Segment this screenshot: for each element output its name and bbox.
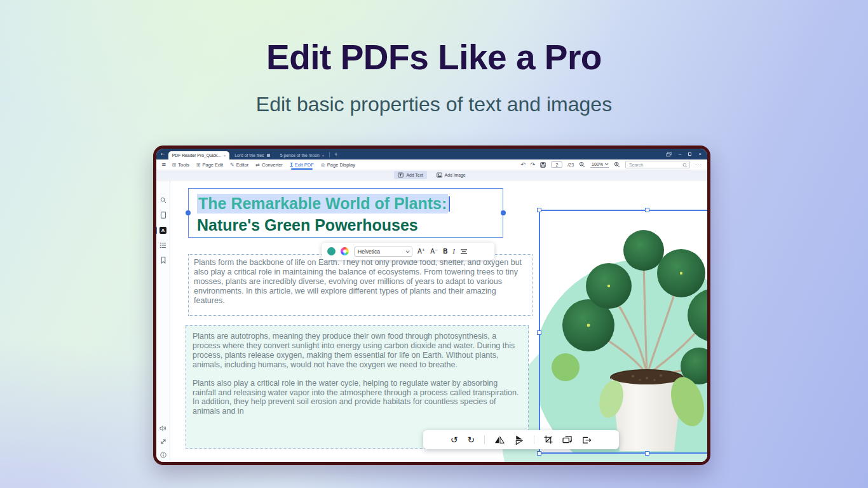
- menu-label: Tools: [178, 162, 189, 168]
- tab-state-icon: [267, 154, 270, 157]
- current-color-swatch[interactable]: [327, 247, 336, 255]
- close-tab-icon[interactable]: ×: [322, 154, 325, 158]
- text-format-toolbar: Helvetica A⁺ A⁻ B I: [322, 243, 494, 260]
- window-controls: – ×: [666, 152, 707, 157]
- italic-button[interactable]: I: [452, 248, 454, 255]
- menu-converter[interactable]: ⇄ Converter: [255, 159, 283, 170]
- close-window-button[interactable]: ×: [698, 152, 702, 156]
- chevron-down-icon: [406, 249, 410, 253]
- thumbnails-panel-icon[interactable]: [160, 212, 166, 219]
- menu-label: Converter: [262, 162, 283, 168]
- editor-icon: ✎: [230, 162, 234, 168]
- undo-icon[interactable]: ↶: [520, 162, 526, 168]
- button-label: Add Image: [445, 173, 466, 177]
- selection-handle[interactable]: [501, 210, 506, 215]
- paragraph: Plants also play a critical role in the …: [193, 379, 522, 417]
- fullscreen-icon[interactable]: [160, 438, 166, 445]
- tab-bar: ← PDF Reader Pro_Quick... × Lord of the …: [156, 149, 707, 159]
- selection-handle[interactable]: [537, 208, 541, 212]
- selection-handle[interactable]: [537, 451, 541, 456]
- title-text-box[interactable]: The Remarkable World of Plants: Nature's…: [188, 188, 503, 238]
- bookmarks-panel-icon[interactable]: [160, 257, 166, 264]
- toolbar-right: ↶ ↷ /23 100%: [520, 161, 702, 168]
- tab-document-active[interactable]: PDF Reader Pro_Quick... ×: [168, 151, 230, 159]
- outline-panel-icon[interactable]: [159, 242, 166, 248]
- alignment-button[interactable]: [460, 248, 468, 255]
- plant-photo: [540, 211, 707, 452]
- tab-document-2[interactable]: Lord of the flies: [229, 151, 275, 159]
- annotations-panel-icon[interactable]: A: [159, 227, 166, 234]
- replace-image-icon[interactable]: [562, 436, 573, 444]
- app-body: A: [156, 180, 707, 464]
- image-edit-toolbar: ↺ ↻: [423, 430, 619, 449]
- menu-page-display[interactable]: ◎ Page Display: [321, 159, 355, 170]
- paragraph: Plants form the backbone of life on Eart…: [194, 258, 527, 306]
- decrease-font-button[interactable]: A⁻: [430, 248, 438, 255]
- redo-icon[interactable]: ↷: [531, 162, 536, 168]
- hero-title: Edit PDFs Like a Pro: [0, 37, 868, 78]
- color-picker-icon[interactable]: [341, 247, 349, 255]
- promo-page: Edit PDFs Like a Pro Edit basic properti…: [0, 0, 868, 488]
- flip-horizontal-icon[interactable]: [494, 436, 505, 444]
- more-options-icon[interactable]: ···: [695, 162, 702, 168]
- toolbar-divider: [484, 435, 485, 444]
- bold-button[interactable]: B: [443, 248, 447, 255]
- selection-handle[interactable]: [645, 451, 649, 456]
- tab-overview-icon[interactable]: [666, 152, 672, 157]
- tab-label: 5 pence of the moon: [280, 153, 320, 158]
- read-aloud-icon[interactable]: [159, 425, 166, 431]
- save-icon[interactable]: [540, 162, 546, 168]
- page-edit-icon: ⊞: [196, 162, 201, 168]
- add-image-button[interactable]: Add Image: [433, 171, 470, 179]
- page-number-input[interactable]: [551, 161, 562, 168]
- add-text-icon: [398, 172, 403, 178]
- flip-vertical-icon[interactable]: [515, 435, 524, 445]
- paragraph: Plants are autotrophs, meaning they prod…: [193, 332, 522, 370]
- minimize-button[interactable]: –: [679, 152, 681, 156]
- add-image-icon: [437, 172, 442, 178]
- menu-label: Edit PDF: [295, 162, 314, 168]
- selected-text: The Remarkable World of Plants:: [197, 194, 448, 214]
- export-image-icon[interactable]: [582, 436, 592, 444]
- tab-label: Lord of the flies: [234, 153, 264, 158]
- menu-label: Page Display: [327, 162, 355, 168]
- add-text-button[interactable]: Add Text: [394, 171, 426, 179]
- menu-tools[interactable]: ⊞ Tools: [172, 159, 189, 170]
- toolbar-divider: [534, 435, 534, 444]
- document-page[interactable]: The Remarkable World of Plants: Nature's…: [170, 180, 707, 464]
- menu-edit-pdf[interactable]: T Edit PDF: [290, 159, 314, 170]
- converter-icon: ⇄: [255, 162, 260, 168]
- maximize-button[interactable]: [688, 152, 691, 156]
- back-arrow-icon[interactable]: ←: [161, 151, 165, 157]
- rotate-right-icon[interactable]: ↻: [468, 435, 475, 444]
- zoom-out-icon[interactable]: [579, 161, 585, 168]
- zoom-level: 100%: [592, 162, 603, 166]
- pdf-app-window: ← PDF Reader Pro_Quick... × Lord of the …: [153, 146, 710, 465]
- new-tab-button[interactable]: +: [330, 151, 342, 158]
- info-icon[interactable]: [160, 452, 166, 458]
- selection-handle[interactable]: [186, 210, 191, 215]
- font-name: Helvetica: [358, 248, 380, 255]
- close-tab-icon[interactable]: ×: [224, 154, 226, 158]
- zoom-in-icon[interactable]: [614, 161, 620, 168]
- font-family-select[interactable]: Helvetica: [354, 247, 412, 257]
- search-input[interactable]: [625, 161, 690, 168]
- zoom-level-select[interactable]: 100%: [590, 162, 609, 168]
- edit-pdf-icon: T: [290, 162, 293, 167]
- search-panel-icon[interactable]: [160, 197, 166, 203]
- increase-font-button[interactable]: A⁺: [417, 248, 425, 255]
- tab-document-3[interactable]: 5 pence of the moon ×: [275, 151, 330, 159]
- menu-label: Editor: [236, 162, 249, 168]
- text-cursor: [449, 196, 450, 212]
- button-label: Add Text: [406, 173, 423, 177]
- menu-editor[interactable]: ✎ Editor: [230, 159, 248, 170]
- crop-icon[interactable]: [544, 435, 553, 444]
- text-block-intro[interactable]: Plants form the backbone of life on Eart…: [188, 254, 532, 316]
- selection-handle[interactable]: [537, 330, 541, 335]
- rotate-left-icon[interactable]: ↺: [451, 435, 458, 444]
- hamburger-menu-icon[interactable]: ≡: [161, 161, 166, 168]
- page-total: /23: [567, 163, 574, 167]
- menu-page-edit[interactable]: ⊞ Page Edit: [196, 159, 223, 170]
- selected-image[interactable]: [539, 210, 707, 454]
- selection-handle[interactable]: [645, 208, 649, 212]
